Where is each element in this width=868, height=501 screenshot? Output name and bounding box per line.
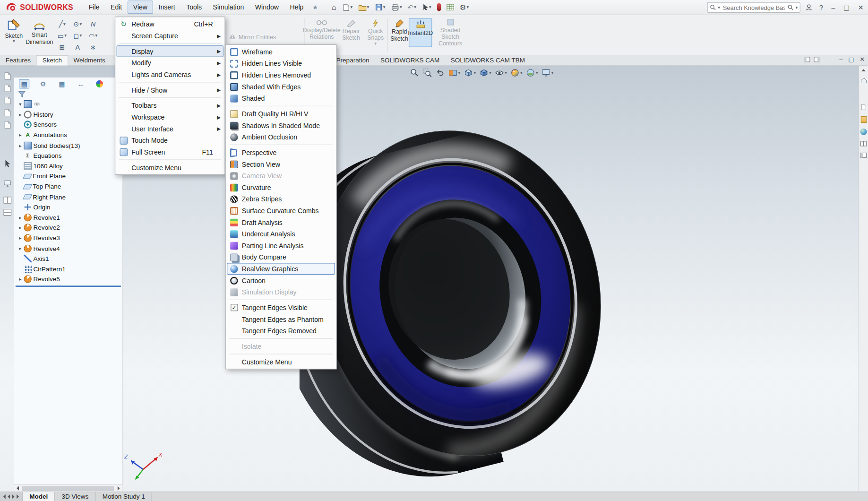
rollback-bar[interactable] xyxy=(16,285,121,286)
tree-item-front-plane[interactable]: Front Plane xyxy=(14,171,122,181)
document-icon[interactable] xyxy=(3,96,11,105)
options-button[interactable]: ⚙▾ xyxy=(458,2,471,12)
search-scope-icon[interactable] xyxy=(710,4,716,10)
dropdown-arrow-icon[interactable]: ▾ xyxy=(466,5,469,9)
tree-item-annotations[interactable]: ▸AAnnotations xyxy=(14,130,122,140)
scrollbar-thumb[interactable] xyxy=(22,486,114,491)
menu-item-workspace[interactable]: Workspace▶ xyxy=(116,111,223,123)
bearing-3d-model[interactable] xyxy=(300,93,621,481)
menu-window[interactable]: Window xyxy=(249,0,284,14)
menu-item-modify[interactable]: Modify▶ xyxy=(116,57,223,69)
dropdown-arrow-icon[interactable]: ▾ xyxy=(536,70,538,75)
home-icon[interactable] xyxy=(860,77,867,84)
dropdown-arrow-icon[interactable]: ▾ xyxy=(489,70,491,75)
view-settings-button[interactable]: ▾ xyxy=(540,68,555,78)
tree-item-revolve2[interactable]: ▸Revolve2 xyxy=(14,223,122,233)
display-style-button[interactable]: ▾ xyxy=(478,68,493,78)
hide-show-items-button[interactable]: ▾ xyxy=(494,68,508,78)
menu-item-lights-and-cameras[interactable]: Lights and Cameras▶ xyxy=(116,69,223,80)
menu-item-draft-analysis[interactable]: Draft Analysis xyxy=(227,216,335,228)
dropdown-arrow-icon[interactable]: ▾ xyxy=(374,42,377,46)
expand-arrow-icon[interactable]: ▸ xyxy=(17,112,23,117)
point-tool-button[interactable]: ∗ xyxy=(86,42,101,52)
maximize-button[interactable]: ▢ xyxy=(842,4,851,11)
zoom-to-area-button[interactable] xyxy=(421,68,433,78)
close-button[interactable]: ✕ xyxy=(856,4,865,11)
instant2d-button[interactable]: Instant2D xyxy=(409,18,432,47)
menu-item-cartoon[interactable]: Cartoon xyxy=(227,275,335,286)
menu-item-hidden-lines-visible[interactable]: Hidden Lines Visible xyxy=(227,58,335,69)
tab-scroll-left-icon[interactable] xyxy=(8,494,10,499)
tab-features[interactable]: Features xyxy=(0,55,36,65)
menu-item-zebra-stripes[interactable]: Zebra Stripes xyxy=(227,193,335,205)
shaded-sketch-contours-button[interactable]: Shaded Sketch Contours xyxy=(436,18,465,47)
expand-arrow-icon[interactable]: ▸ xyxy=(17,143,23,148)
dropdown-arrow-icon[interactable]: ▾ xyxy=(551,70,554,75)
expand-arrow-icon[interactable]: ▸ xyxy=(17,215,23,220)
filter-funnel-icon[interactable] xyxy=(18,91,26,97)
menu-item-user-interface[interactable]: User Interface▶ xyxy=(116,123,223,135)
search-scope-arrow-icon[interactable]: ▾ xyxy=(718,5,720,9)
dropdown-arrow-icon[interactable]: ▾ xyxy=(383,5,386,9)
tab-scroll-right-icon[interactable] xyxy=(12,494,15,499)
checkbox-checked-icon[interactable]: ✓ xyxy=(231,304,238,311)
menu-item-hide-show[interactable]: Hide / Show▶ xyxy=(116,84,223,96)
menu-item-redraw[interactable]: ↻RedrawCtrl+R xyxy=(116,18,223,30)
pattern-tool-button[interactable]: ⊞ xyxy=(55,42,69,52)
dropdown-arrow-icon[interactable]: ▾ xyxy=(63,22,66,26)
pane-left-icon[interactable] xyxy=(804,56,810,62)
menu-item-parting-line-analysis[interactable]: Parting Line Analysis xyxy=(227,240,335,251)
tab-scroll-first-icon[interactable] xyxy=(3,494,6,499)
rapid-sketch-button[interactable]: Rapid Sketch xyxy=(389,19,410,42)
sketch-button[interactable]: Sketch ▾ xyxy=(3,17,25,43)
split-pane-icon[interactable] xyxy=(3,208,11,216)
menu-edit[interactable]: Edit xyxy=(105,0,128,14)
undo-button[interactable]: ↶▾ xyxy=(406,2,418,12)
tab-solidworks-cam-tbm[interactable]: SOLIDWORKS CAM TBM xyxy=(445,55,531,65)
dropdown-arrow-icon[interactable]: ▾ xyxy=(79,34,82,38)
menu-item-realview-graphics[interactable]: RealView Graphics xyxy=(227,263,335,275)
dropdown-arrow-icon[interactable]: ▾ xyxy=(505,70,507,75)
slot-tool-button[interactable]: ◻▾ xyxy=(70,30,85,41)
tree-item-material[interactable]: 1060 Alloy xyxy=(14,161,122,171)
document-icon[interactable] xyxy=(3,72,11,80)
smart-dimension-button[interactable]: Smart Dimension xyxy=(26,17,52,45)
select-button[interactable]: ▾ xyxy=(420,2,433,12)
menu-item-customize-menu[interactable]: Customize Menu xyxy=(116,162,223,173)
scroll-right-button[interactable] xyxy=(115,485,122,492)
touch-pen-icon[interactable] xyxy=(435,2,442,12)
dropdown-arrow-icon[interactable]: ▾ xyxy=(95,34,98,38)
menu-item-draft-quality[interactable]: Draft Quality HLR/HLV xyxy=(227,108,335,120)
menu-item-wireframe[interactable]: Wireframe xyxy=(227,46,335,58)
circle-tool-button[interactable]: ⊙▾ xyxy=(70,19,85,29)
panel-horizontal-scrollbar[interactable] xyxy=(14,484,122,492)
document-icon[interactable] xyxy=(3,84,11,93)
menu-item-undercut-analysis[interactable]: Undercut Analysis xyxy=(227,228,335,240)
section-view-button[interactable]: ▾ xyxy=(447,68,462,78)
pane-icon[interactable] xyxy=(860,141,867,147)
menu-item-hidden-lines-removed[interactable]: Hidden Lines Removed xyxy=(227,69,335,81)
tab-solidworks-cam[interactable]: SOLIDWORKS CAM xyxy=(375,55,445,65)
doc-close-button[interactable]: ✕ xyxy=(859,56,865,63)
tree-item-revolve1[interactable]: ▸Revolve1 xyxy=(14,212,122,223)
expand-arrow-icon[interactable]: ▾ xyxy=(17,102,23,107)
tree-item-history[interactable]: ▸History xyxy=(14,109,122,120)
menu-insert[interactable]: Insert xyxy=(153,0,181,14)
menu-item-tangent-edges-as-phantom[interactable]: Tangent Edges as Phantom xyxy=(227,313,335,325)
document-icon[interactable] xyxy=(3,121,11,129)
menu-item-tangent-edges-removed[interactable]: Tangent Edges Removed xyxy=(227,325,335,337)
dropdown-arrow-icon[interactable]: ▾ xyxy=(64,34,67,38)
line-tool-button[interactable]: ╱▾ xyxy=(55,19,69,29)
expand-arrow-icon[interactable]: ▸ xyxy=(17,276,23,282)
dropdown-arrow-icon[interactable]: ▾ xyxy=(458,70,461,75)
menu-help[interactable]: Help xyxy=(284,0,309,14)
menu-item-shaded-with-edges[interactable]: Shaded With Edges xyxy=(227,81,335,93)
dropdown-arrow-icon[interactable]: ▾ xyxy=(520,70,523,75)
search-icon[interactable] xyxy=(788,4,794,10)
tab-motion-study[interactable]: Motion Study 1 xyxy=(96,492,152,501)
tree-item-right-plane[interactable]: Right Plane xyxy=(14,192,122,202)
menu-item-display[interactable]: Display▶ xyxy=(116,45,223,57)
menu-item-full-screen[interactable]: Full ScreenF11 xyxy=(116,146,223,158)
monitor-icon[interactable] xyxy=(3,180,11,188)
tree-item-equations[interactable]: ΣEquations xyxy=(14,151,122,161)
